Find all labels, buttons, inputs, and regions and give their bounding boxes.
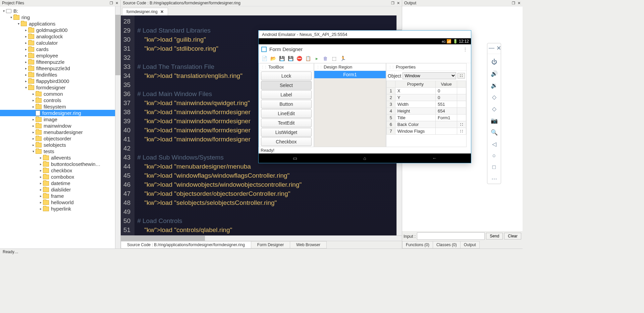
tree-item[interactable]: ▸filesystem [0, 103, 115, 110]
tab-output[interactable]: Output [460, 241, 480, 249]
volume-up-icon[interactable]: 🔊 [491, 70, 498, 77]
paste-icon[interactable]: ▸ [314, 55, 320, 61]
zoom-icon[interactable]: 🔍 [491, 129, 498, 136]
more-icon[interactable]: ⋯ [491, 175, 497, 182]
tree-item[interactable]: ▸image [0, 116, 115, 123]
toolbox-listwidget[interactable]: ListWidget [261, 128, 312, 137]
volume-down-icon[interactable]: 🔉 [491, 82, 498, 89]
tree-item[interactable]: ▸employee [0, 52, 115, 59]
tree-item[interactable]: ▸common [0, 91, 115, 97]
tree-item[interactable]: ▸flappybird3000 [0, 78, 115, 84]
tree-item[interactable]: ▾ring [0, 14, 115, 20]
close-icon[interactable]: ✕ [518, 1, 521, 5]
stop-icon[interactable]: ⛔ [296, 55, 302, 61]
tree-item[interactable]: ▸calculator [0, 40, 115, 46]
restore-icon[interactable]: ❐ [391, 1, 394, 5]
select-icon[interactable]: ⬚ [331, 55, 337, 61]
minimize-icon[interactable]: — [489, 45, 494, 52]
tree-item[interactable]: ▸checkbox [0, 167, 115, 174]
tree-item[interactable]: ▸helloworld [0, 199, 115, 206]
toolbox-textedit[interactable]: TextEdit [261, 119, 312, 127]
tree-item[interactable]: ▸mainwindow [0, 123, 115, 129]
tree-item[interactable]: ▸dialslider [0, 186, 115, 193]
close-icon[interactable]: ✕ [115, 1, 118, 5]
input-field[interactable] [417, 232, 485, 240]
nav-back-icon[interactable]: ◁ [492, 141, 496, 148]
power-icon[interactable]: ⏻ [491, 59, 497, 65]
copy-icon[interactable]: 📋 [305, 55, 311, 61]
tab-close-icon[interactable]: ✕ [160, 9, 164, 14]
tree-item[interactable]: ▸controls [0, 97, 115, 103]
tree-item[interactable]: ▸menubardesigner [0, 129, 115, 135]
property-row[interactable]: 1X0 [387, 88, 466, 94]
tree-item[interactable]: ▸fifteenpuzzle [0, 59, 115, 65]
tree-item[interactable]: ▸findinfiles [0, 72, 115, 78]
tree-item[interactable]: ▸objectsorder [0, 135, 115, 142]
property-row[interactable]: 2Y0 [387, 94, 466, 101]
menu-icon[interactable]: ⋮ [463, 47, 468, 52]
close-icon[interactable]: ✕ [496, 45, 501, 52]
rotate-left-icon[interactable]: ◇ [492, 94, 496, 101]
property-row[interactable]: 7Window Flags∷ [387, 128, 466, 135]
bottom-tab-webbrowser[interactable]: Web Browser [290, 241, 327, 249]
tree-item[interactable]: ▸frame [0, 193, 115, 199]
tree-item[interactable]: ▸analogclock [0, 33, 115, 40]
object-more-button[interactable]: ∷ [458, 73, 465, 79]
tree-item[interactable]: ▾formdesigner [0, 84, 115, 91]
editor-scrollbar-h[interactable] [121, 235, 402, 241]
tree-item[interactable]: ▾tests [0, 148, 115, 154]
toolbox-select[interactable]: Select [261, 81, 312, 90]
tree-item[interactable]: formdesigner.ring [0, 110, 115, 116]
toolbox-lock[interactable]: Lock [261, 72, 312, 80]
saveas-icon[interactable]: 💾 [287, 55, 293, 61]
form-canvas-title[interactable]: Form1 [314, 71, 386, 78]
tree-item[interactable]: ▸fifteenpuzzle3d [0, 65, 115, 72]
tree-item[interactable]: ▸buttontoclosethewin… [0, 161, 115, 167]
design-region-panel[interactable]: ⋮⋮Design Region Form1 [314, 63, 386, 147]
tab-functions[interactable]: Functions (0) [402, 241, 433, 249]
property-row[interactable]: 4Height654 [387, 108, 466, 115]
tab-classes[interactable]: Classes (0) [433, 241, 461, 249]
run-icon[interactable]: 🏃 [340, 55, 346, 61]
tree-item[interactable]: ▾B: [0, 8, 115, 14]
tree-item[interactable]: ▸selobjects [0, 142, 115, 148]
back-icon[interactable]: ← [431, 155, 438, 162]
restore-icon[interactable]: ❐ [110, 1, 113, 5]
property-row[interactable]: 6Back Color∷ [387, 121, 466, 128]
file-tree[interactable]: ▾B:▾ring▾applications▸goldmagic800▸analo… [0, 6, 115, 249]
clear-button[interactable]: Clear [504, 233, 521, 239]
toolbox-button[interactable]: Button [261, 100, 312, 108]
emulator-window[interactable]: Android Emulator - Nexus_5X_API_25:5554 … [258, 30, 471, 163]
property-row[interactable]: 3Width551 [387, 101, 466, 108]
tree-item[interactable]: ▸goldmagic800 [0, 27, 115, 33]
properties-table[interactable]: PropertyValue 1X02Y03Width5514Height6545… [386, 81, 466, 135]
open-icon[interactable]: 📂 [270, 55, 276, 61]
tree-item[interactable]: ▸cards [0, 46, 115, 52]
tree-item[interactable]: ▸datetime [0, 180, 115, 186]
toolbox-label[interactable]: Label [261, 90, 312, 99]
bottom-tab-formdesigner[interactable]: Form Designer [251, 241, 290, 249]
send-button[interactable]: Send [486, 233, 503, 239]
toolbox-lineedit[interactable]: LineEdit [261, 109, 312, 118]
tree-item[interactable]: ▸hyperlink [0, 206, 115, 212]
nav-recent-icon[interactable]: □ [492, 164, 496, 171]
tree-item[interactable]: ▾applications [0, 20, 115, 27]
tree-scrollbar[interactable] [115, 6, 120, 249]
restore-icon[interactable]: ❐ [512, 1, 515, 5]
property-row[interactable]: 5TitleForm1 [387, 115, 466, 121]
close-icon[interactable]: ✕ [397, 1, 400, 5]
camera-icon[interactable]: 📷 [491, 117, 498, 124]
tree-item[interactable]: ▸allevents [0, 154, 115, 161]
new-icon[interactable]: 📄 [261, 55, 267, 61]
bottom-tab-source[interactable]: Source Code : B:/ring/applications/formd… [121, 241, 251, 249]
save-icon[interactable]: 💾 [279, 55, 285, 61]
toolbox-checkbox[interactable]: Checkbox [261, 137, 312, 146]
tree-item[interactable]: ▸combobox [0, 174, 115, 180]
delete-icon[interactable]: 🗑 [322, 55, 328, 61]
rotate-right-icon[interactable]: ◇ [492, 105, 496, 113]
home-icon[interactable]: ⌂ [361, 155, 368, 162]
object-select[interactable]: Window [402, 72, 456, 79]
recent-icon[interactable]: ▭ [291, 155, 298, 162]
tab-formdesigner[interactable]: formdesigner.ring ✕ [122, 8, 168, 15]
nav-home-icon[interactable]: ○ [492, 152, 496, 159]
